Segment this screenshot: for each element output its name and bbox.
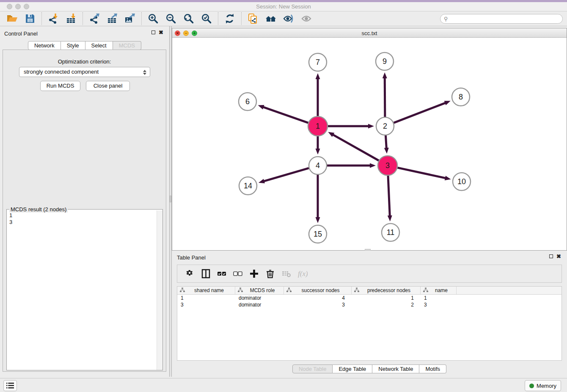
- edge-arrow-icon: [444, 101, 451, 105]
- network-window-titlebar[interactable]: ✕ – + scc.txt: [172, 28, 567, 38]
- column-header-successor-nodes[interactable]: successor nodes: [284, 287, 352, 294]
- cell-successor-nodes[interactable]: 3: [284, 301, 352, 308]
- edge-4-14[interactable]: [263, 168, 309, 182]
- add-column-icon[interactable]: [248, 268, 260, 280]
- run-mcds-button[interactable]: Run MCDS: [40, 81, 80, 91]
- cell-predecessor-nodes[interactable]: 1: [352, 295, 421, 301]
- edge-1-6[interactable]: [262, 107, 308, 123]
- mcds-result-item[interactable]: 1: [9, 212, 156, 219]
- cell-name[interactable]: 3: [421, 301, 457, 308]
- column-sort-icon: [286, 287, 292, 294]
- control-panel-title: Control Panel: [4, 30, 38, 37]
- edge-3-10[interactable]: [397, 168, 446, 178]
- node-label-15: 15: [314, 230, 322, 238]
- cell-successor-nodes[interactable]: 4: [284, 295, 352, 301]
- task-history-button[interactable]: [3, 380, 17, 391]
- mcds-result-scrollbar[interactable]: [157, 210, 162, 370]
- edge-2-8[interactable]: [394, 102, 446, 123]
- edge-arrow-icon: [316, 217, 320, 223]
- unselect-all-columns-icon[interactable]: [231, 268, 244, 280]
- network-canvas[interactable]: 7968124314101511: [172, 38, 567, 250]
- table-panel-title: Table Panel: [177, 254, 206, 261]
- export-image-icon[interactable]: [124, 13, 136, 25]
- memory-button[interactable]: Memory: [525, 380, 561, 391]
- control-panel-tabs: Network Style Select MCDS: [0, 41, 169, 50]
- mcds-result-list[interactable]: 13: [7, 210, 156, 370]
- cell-predecessor-nodes[interactable]: 2: [352, 301, 421, 308]
- edge-arrow-icon: [316, 73, 320, 79]
- table-row[interactable]: 3dominator323: [177, 301, 561, 308]
- optimization-criterion-label: Optimization criterion:: [3, 58, 166, 65]
- edge-3-1[interactable]: [332, 134, 379, 160]
- network-graph[interactable]: 7968124314101511: [172, 38, 567, 250]
- svg-text:f(x): f(x): [298, 270, 308, 278]
- search-icon: ⚲: [444, 16, 448, 22]
- column-sort-icon: [238, 287, 243, 294]
- zoom-out-icon[interactable]: [165, 13, 177, 25]
- column-header-MCDS-role[interactable]: MCDS role: [235, 287, 284, 294]
- table-header-row: shared nameMCDS rolesuccessor nodesprede…: [177, 287, 561, 295]
- table-settings-icon[interactable]: [183, 268, 196, 280]
- column-header-predecessor-nodes[interactable]: predecessor nodes: [352, 287, 421, 294]
- session-title: Session: New Session: [0, 3, 567, 10]
- status-bar: Memory: [0, 378, 567, 392]
- export-table-icon[interactable]: [106, 13, 118, 25]
- tab-style[interactable]: Style: [61, 41, 85, 50]
- edge-arrow-icon: [316, 149, 320, 155]
- cell-MCDS-role[interactable]: dominator: [235, 295, 284, 301]
- open-session-icon[interactable]: [6, 13, 19, 25]
- select-all-columns-icon[interactable]: [215, 268, 228, 280]
- tab-network[interactable]: Network: [28, 41, 61, 50]
- tab-edge-table[interactable]: Edge Table: [333, 364, 372, 373]
- zoom-selected-icon[interactable]: [200, 13, 213, 25]
- tab-node-table[interactable]: Node Table: [292, 364, 333, 373]
- column-layout-icon[interactable]: [199, 268, 212, 280]
- export-network-icon[interactable]: [88, 13, 101, 25]
- criterion-select[interactable]: strongly connected component: [19, 67, 150, 77]
- mcds-result-box: MCDS result (2 nodes) 13: [6, 209, 163, 370]
- tab-network-table[interactable]: Network Table: [372, 364, 419, 373]
- save-session-icon[interactable]: [24, 13, 36, 25]
- zoom-in-icon[interactable]: [147, 13, 160, 25]
- cell-shared-name[interactable]: 3: [177, 301, 235, 308]
- delete-column-icon[interactable]: [264, 268, 276, 280]
- float-table-panel-icon[interactable]: [549, 254, 553, 258]
- cell-name[interactable]: 1: [421, 295, 457, 301]
- view-resize-handle[interactable]: [365, 249, 371, 251]
- tab-mcds[interactable]: MCDS: [113, 41, 141, 50]
- close-panel-button[interactable]: Close panel: [86, 81, 130, 91]
- mcds-result-item[interactable]: 3: [9, 219, 156, 226]
- table-row[interactable]: 1dominator411: [177, 295, 561, 301]
- import-table-icon[interactable]: [65, 13, 77, 25]
- float-panel-icon[interactable]: [151, 30, 155, 34]
- edge-arrow-icon: [383, 72, 387, 78]
- edge-3-11[interactable]: [388, 176, 390, 217]
- tab-select[interactable]: Select: [85, 41, 113, 50]
- refresh-view-icon[interactable]: [223, 13, 236, 25]
- function-builder-icon: f(x): [296, 268, 308, 280]
- cell-shared-name[interactable]: 1: [177, 295, 235, 301]
- node-label-9: 9: [383, 57, 387, 66]
- first-neighbors-icon[interactable]: [264, 13, 277, 25]
- node-label-6: 6: [245, 97, 250, 106]
- search-input[interactable]: [440, 14, 563, 24]
- zoom-fit-content-icon[interactable]: [182, 13, 195, 25]
- hide-selected-icon[interactable]: [282, 13, 295, 25]
- node-label-11: 11: [387, 228, 395, 237]
- column-header-name[interactable]: name: [421, 287, 457, 294]
- tab-motifs[interactable]: Motifs: [419, 364, 446, 373]
- column-header-shared-name[interactable]: shared name: [177, 287, 235, 294]
- edge-arrow-icon: [259, 179, 265, 184]
- import-network-icon[interactable]: [47, 13, 60, 25]
- edge-2-9[interactable]: [385, 77, 385, 117]
- node-table: shared nameMCDS rolesuccessor nodesprede…: [177, 286, 562, 361]
- network-view-window: ✕ – + scc.txt 7968124314101511: [172, 28, 567, 251]
- new-network-from-selection-icon[interactable]: [247, 13, 259, 25]
- cell-MCDS-role[interactable]: dominator: [235, 301, 284, 308]
- table-tabs: Node TableEdge TableNetwork TableMotifs: [172, 364, 567, 373]
- close-panel-icon[interactable]: ✖: [159, 30, 163, 34]
- edge-2-3[interactable]: [385, 135, 386, 149]
- edge-arrow-icon: [445, 176, 451, 180]
- close-table-panel-icon[interactable]: ✖: [556, 254, 561, 258]
- edge-arrow-icon: [258, 105, 264, 109]
